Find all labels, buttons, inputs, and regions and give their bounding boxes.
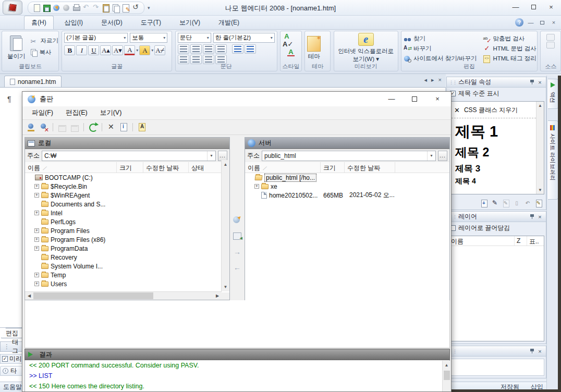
expand-toggle[interactable]: + xyxy=(34,273,39,277)
script-icon[interactable] xyxy=(546,34,555,41)
qat-icon[interactable] xyxy=(131,4,140,12)
delete-icon[interactable] xyxy=(106,123,116,132)
doc-restore-button[interactable] xyxy=(538,18,546,27)
scrollbar-thumb[interactable] xyxy=(33,292,153,299)
local-tree-row[interactable]: Documents and S... xyxy=(25,200,229,209)
qat-icon[interactable] xyxy=(42,4,51,12)
local-browse-button[interactable]: ... xyxy=(218,151,227,161)
server-col-name[interactable]: 이름⟋ xyxy=(245,162,321,173)
expand-toggle[interactable]: + xyxy=(34,237,39,242)
edit-menu-item[interactable]: 맞춤법 검사 xyxy=(483,34,536,44)
dialog-maximize-button[interactable] xyxy=(403,92,426,106)
bold-button[interactable]: B xyxy=(64,45,75,55)
edit-menu-item[interactable]: HTML 문법 검사 xyxy=(483,44,536,54)
upload-arrow-icon[interactable]: → xyxy=(232,247,242,257)
server-browse-button[interactable]: ... xyxy=(438,151,447,161)
maximize-button[interactable] xyxy=(525,0,542,14)
connect-icon[interactable] xyxy=(27,123,36,132)
document-tab[interactable]: noname1.htm xyxy=(4,76,62,87)
panel-close-icon[interactable]: × xyxy=(536,347,544,355)
numbered-list-button[interactable] xyxy=(178,44,189,54)
style-underline-icon[interactable]: A xyxy=(287,48,295,56)
server-tree-row[interactable]: public_html [/ho... xyxy=(245,173,449,182)
local-col-state[interactable]: 상태 xyxy=(189,162,214,173)
qat-icon[interactable] xyxy=(72,4,80,12)
preview-checkbox[interactable]: ✓ xyxy=(2,356,8,362)
heading-style-item[interactable]: 제목 1 xyxy=(449,120,544,143)
local-tree-row[interactable]: + Program Files xyxy=(25,226,229,235)
qat-icon[interactable] xyxy=(62,4,70,12)
style-list-scrollbar[interactable]: ▲▼ xyxy=(536,102,544,194)
scrollbar-thumb[interactable] xyxy=(444,371,450,380)
local-tree-row[interactable]: + Intel xyxy=(25,209,229,217)
results-scrollbar[interactable]: ▲ xyxy=(442,361,450,392)
edit-menu-item[interactable]: 찾기 xyxy=(404,34,477,44)
local-tree-row[interactable]: + Temp xyxy=(25,271,229,279)
expand-toggle[interactable]: + xyxy=(254,184,259,189)
paragraph-kind-select[interactable]: 문단▾ xyxy=(178,33,211,43)
expand-toggle[interactable]: + xyxy=(34,228,39,233)
qat-icon[interactable] xyxy=(32,4,41,12)
italic-button[interactable]: I xyxy=(76,45,87,55)
server-col-date[interactable]: 수정한 날짜 xyxy=(345,162,395,173)
heading-style-item[interactable]: 제목 3 xyxy=(449,162,544,176)
edit-style-button[interactable]: ✎ xyxy=(502,199,510,207)
tab-scroll-right-icon[interactable]: ▸ xyxy=(431,77,434,83)
bottom-right-panel-header[interactable]: × xyxy=(447,346,546,357)
expand-toggle[interactable]: + xyxy=(34,193,39,198)
server-col-size[interactable]: 크기 xyxy=(321,162,345,173)
new-style-button[interactable]: + xyxy=(480,199,488,207)
ribbon-tab[interactable]: 개발(E) xyxy=(211,16,247,29)
style-check-icon[interactable]: A✓ xyxy=(283,41,291,48)
refresh-icon[interactable] xyxy=(88,123,97,132)
layer-panel-header[interactable]: 레이어 × xyxy=(447,212,546,222)
tab-close-icon[interactable]: × xyxy=(438,77,442,83)
paste-button[interactable]: 붙이기 xyxy=(4,33,29,63)
close-button[interactable]: × xyxy=(542,0,560,14)
grow-font-button[interactable]: A▴ xyxy=(100,45,111,55)
comment-icon[interactable] xyxy=(546,42,555,48)
local-vertical-scrollbar[interactable]: ▲▼ xyxy=(221,160,229,291)
timeline-tab[interactable]: 타 xyxy=(0,366,23,376)
local-col-date[interactable]: 수정한 날짜 xyxy=(143,162,189,173)
expand-toggle[interactable]: + xyxy=(34,281,39,286)
delete-style-button[interactable]: ▯ xyxy=(513,199,521,207)
local-view-icon[interactable] xyxy=(57,124,67,133)
expand-toggle[interactable]: + xyxy=(34,184,39,189)
undo-style-button[interactable]: ↶ xyxy=(523,199,532,207)
panel-close-icon[interactable]: × xyxy=(536,78,544,86)
server-address-dropdown-icon[interactable]: ▾ xyxy=(427,151,435,161)
clear-css-class-item[interactable]: ✕ CSS 클래스 지우기 xyxy=(449,102,544,118)
highlight-chevron-icon[interactable]: ▾ xyxy=(151,48,153,53)
local-tree-row[interactable]: Recovery xyxy=(25,253,229,262)
line-spacing-select[interactable]: 한 줄(기본값)▾ xyxy=(213,33,275,43)
local-address-combobox[interactable]: C:₩ ▾ xyxy=(42,151,216,161)
download-arrow-icon[interactable]: ← xyxy=(232,262,242,273)
highlight-color-button[interactable]: A xyxy=(139,45,150,55)
local-tree-row[interactable]: BOOTCAMP (C:) xyxy=(25,173,229,182)
dialog-menu-item[interactable]: 파일(F) xyxy=(26,106,59,119)
server-address-combobox[interactable]: public_html ▾ xyxy=(262,151,436,161)
local-horizontal-scrollbar[interactable]: ◀ ▶ xyxy=(25,291,222,300)
ftp-log[interactable]: << 200 PORT command successful. Consider… xyxy=(25,360,450,392)
pin-icon[interactable] xyxy=(528,78,536,86)
local-address-dropdown-icon[interactable]: ▾ xyxy=(207,151,215,161)
edit-menu-item[interactable]: 바꾸기 xyxy=(404,44,477,54)
local-col-size[interactable]: 크기 xyxy=(117,162,143,173)
download-transfer-icon[interactable] xyxy=(232,231,242,241)
local-tree-row[interactable]: + Users xyxy=(25,279,229,288)
local-tree-row[interactable]: + $WinREAgent xyxy=(25,191,229,200)
qat-icon[interactable] xyxy=(52,4,60,12)
theme-button[interactable]: 테마 xyxy=(307,33,321,63)
doc-minimize-button[interactable]: — xyxy=(527,18,535,27)
help-icon[interactable]: ? xyxy=(515,18,523,27)
font-style-select[interactable]: 보통▾ xyxy=(130,33,167,43)
multilevel-list-button[interactable] xyxy=(203,44,214,54)
ribbon-tab[interactable]: 삽입(I) xyxy=(57,16,90,29)
rename-icon[interactable] xyxy=(137,123,147,132)
server-tree-row[interactable]: home20210502... 665MB 2021-05-02 오... xyxy=(245,191,449,200)
cut-button[interactable]: 자르기 xyxy=(31,36,59,46)
expand-toggle[interactable]: + xyxy=(34,211,39,215)
expand-toggle[interactable]: + xyxy=(34,246,39,251)
local-tree-row[interactable]: System Volume I... xyxy=(25,262,229,271)
